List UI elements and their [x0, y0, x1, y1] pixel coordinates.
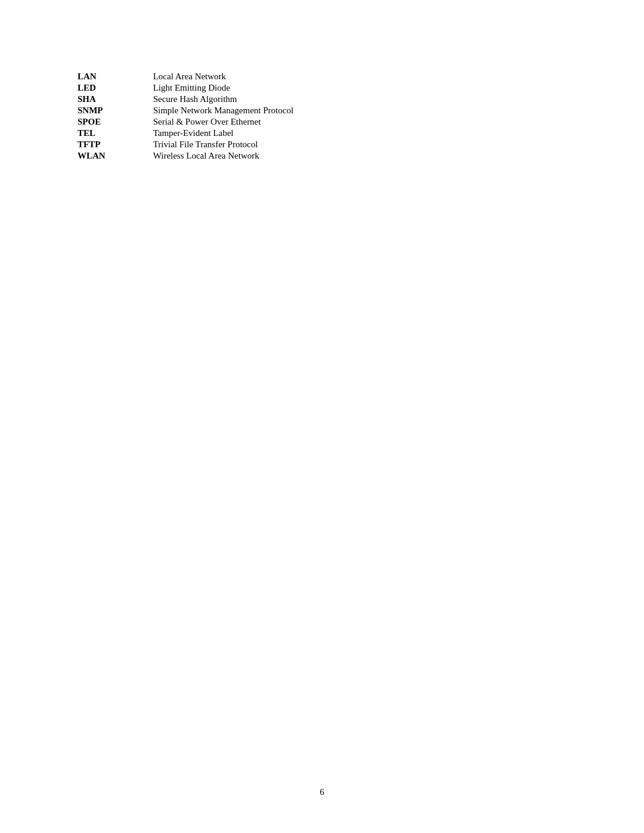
acronym-table: LANLocal Area NetworkLEDLight Emitting D… [78, 72, 293, 162]
acronym-row: SPOESerial & Power Over Ethernet [78, 117, 293, 128]
acronym-definition: Secure Hash Algorithm [153, 94, 293, 106]
page-number: 6 [320, 787, 324, 797]
acronym-row: WLANWireless Local Area Network [78, 151, 293, 162]
acronym-row: TFTPTrivial File Transfer Protocol [78, 140, 293, 151]
acronym-definition: Wireless Local Area Network [153, 151, 293, 162]
acronym-term: SNMP [78, 106, 153, 117]
acronym-definition: Light Emitting Diode [153, 83, 293, 94]
page-content: LANLocal Area NetworkLEDLight Emitting D… [0, 0, 644, 210]
acronym-term: LED [78, 83, 153, 94]
acronym-definition: Trivial File Transfer Protocol [153, 140, 293, 151]
acronym-term: LAN [78, 72, 153, 83]
acronym-definition: Simple Network Management Protocol [153, 106, 293, 117]
acronym-row: LANLocal Area Network [78, 72, 293, 83]
acronym-row: LEDLight Emitting Diode [78, 83, 293, 94]
acronym-term: SHA [78, 94, 153, 106]
acronym-definition: Local Area Network [153, 72, 293, 83]
acronym-definition: Tamper-Evident Label [153, 128, 293, 140]
acronym-term: SPOE [78, 117, 153, 128]
acronym-definition: Serial & Power Over Ethernet [153, 117, 293, 128]
acronym-term: TFTP [78, 140, 153, 151]
acronym-row: SNMPSimple Network Management Protocol [78, 106, 293, 117]
acronym-row: TELTamper-Evident Label [78, 128, 293, 140]
page-footer: 6 [0, 787, 644, 797]
acronym-row: SHASecure Hash Algorithm [78, 94, 293, 106]
acronym-term: TEL [78, 128, 153, 140]
acronym-term: WLAN [78, 151, 153, 162]
